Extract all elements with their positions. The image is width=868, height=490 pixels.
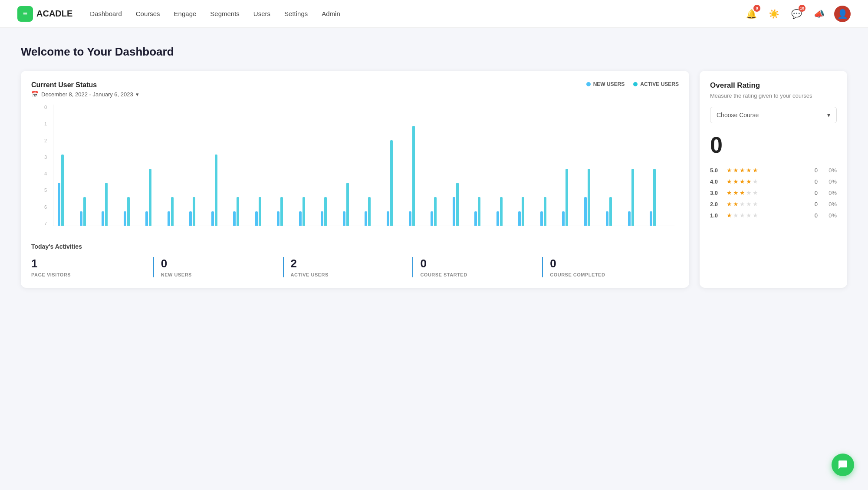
bar-new-users xyxy=(211,211,214,226)
rating-rows: 5.0★★★★★00%4.0★★★★★00%3.0★★★★★00%2.0★★★★… xyxy=(710,167,837,219)
rating-percent: 0% xyxy=(822,167,837,174)
rating-count: 0 xyxy=(809,212,818,219)
sun-icon: ☀️ xyxy=(769,9,779,19)
dropdown-arrow: ▾ xyxy=(136,91,139,98)
bar-group xyxy=(58,155,78,226)
star-rating: ★★★★★ xyxy=(727,189,758,196)
nav-courses[interactable]: Courses xyxy=(136,10,160,17)
bar-group xyxy=(80,197,100,226)
bar-active-users xyxy=(544,197,546,226)
bar-new-users xyxy=(80,211,82,226)
bar-active-users xyxy=(193,197,195,226)
calendar-icon: 📅 xyxy=(31,91,39,98)
star-empty: ★ xyxy=(753,178,758,185)
bar-new-users xyxy=(124,211,126,226)
bar-group xyxy=(145,169,166,226)
bar-active-users xyxy=(631,169,634,226)
date-range-picker[interactable]: 📅 December 8, 2022 - January 6, 2023 ▾ xyxy=(31,91,679,98)
nav-settings[interactable]: Settings xyxy=(284,10,308,17)
bar-active-users xyxy=(237,197,239,226)
user-avatar[interactable]: 👤 xyxy=(834,6,851,22)
activities-stats: 1PAGE VISITORS0NEW USERS2ACTIVE USERS0CO… xyxy=(31,257,679,277)
logo[interactable]: ≡ ACADLE xyxy=(17,6,72,22)
bar-active-users xyxy=(390,140,393,226)
bar-group xyxy=(255,197,276,226)
stat-label: PAGE VISITORS xyxy=(31,272,146,277)
bar-group xyxy=(277,197,297,226)
star-filled: ★ xyxy=(733,201,739,207)
activity-stat-item: 0COURSE STARTED xyxy=(420,257,543,277)
bar-group xyxy=(233,197,253,226)
stat-label: NEW USERS xyxy=(161,272,276,277)
nav-users[interactable]: Users xyxy=(253,10,270,17)
star-filled: ★ xyxy=(746,178,752,185)
rating-percent: 0% xyxy=(822,201,837,207)
bar-new-users xyxy=(474,211,477,226)
overall-score: 0 xyxy=(710,132,837,158)
stat-value: 0 xyxy=(550,257,665,270)
star-rating: ★★★★★ xyxy=(727,201,758,207)
bar-new-users xyxy=(518,211,521,226)
bar-active-users xyxy=(500,197,503,226)
stat-value: 1 xyxy=(31,257,146,270)
chat-message-button[interactable]: 💬 10 xyxy=(789,7,804,21)
bar-group xyxy=(365,197,385,226)
bar-new-users xyxy=(145,211,148,226)
activity-stat-item: 1PAGE VISITORS xyxy=(31,257,154,277)
bar-new-users xyxy=(255,211,258,226)
legend-new-users: NEW USERS xyxy=(586,81,625,87)
megaphone-button[interactable]: 📣 xyxy=(812,7,826,21)
bar-group xyxy=(562,169,582,226)
notification-badge: 8 xyxy=(753,5,760,12)
nav-segments[interactable]: Segments xyxy=(210,10,240,17)
main-nav: Dashboard Courses Engage Segments Users … xyxy=(90,10,340,17)
star-rating: ★★★★★ xyxy=(727,167,758,174)
stat-label: COURSE STARTED xyxy=(420,272,535,277)
nav-admin[interactable]: Admin xyxy=(322,10,340,17)
message-badge: 10 xyxy=(799,5,806,12)
bar-group xyxy=(321,197,341,226)
bar-group xyxy=(496,197,517,226)
star-empty: ★ xyxy=(740,212,745,219)
star-empty: ★ xyxy=(733,212,739,219)
bar-new-users xyxy=(321,211,323,226)
rating-row: 3.0★★★★★00% xyxy=(710,189,837,196)
bar-new-users xyxy=(453,197,455,226)
theme-button[interactable]: ☀️ xyxy=(766,7,781,21)
nav-engage[interactable]: Engage xyxy=(174,10,197,17)
bar-new-users xyxy=(168,211,170,226)
bar-active-users xyxy=(522,197,524,226)
legend-dot-active xyxy=(633,82,638,86)
bar-new-users xyxy=(562,211,565,226)
star-filled: ★ xyxy=(733,178,739,185)
chart-title: Current User Status xyxy=(31,81,97,89)
rating-percent: 0% xyxy=(822,190,837,196)
bar-new-users xyxy=(628,211,631,226)
course-select-dropdown[interactable]: Choose Course ▾ xyxy=(710,107,837,123)
bar-group xyxy=(343,183,363,226)
star-filled: ★ xyxy=(740,189,745,196)
activity-stat-item: 0NEW USERS xyxy=(161,257,284,277)
star-filled: ★ xyxy=(746,167,752,174)
bar-group xyxy=(409,126,429,226)
star-filled: ★ xyxy=(733,167,739,174)
bar-group xyxy=(124,197,144,226)
star-empty: ★ xyxy=(753,189,758,196)
star-empty: ★ xyxy=(753,201,758,207)
notification-button[interactable]: 🔔 8 xyxy=(744,7,759,21)
stat-value: 0 xyxy=(420,257,535,270)
nav-dashboard[interactable]: Dashboard xyxy=(90,10,122,17)
stat-value: 2 xyxy=(291,257,406,270)
header-left: ≡ ACADLE Dashboard Courses Engage Segmen… xyxy=(17,6,340,22)
bar-group xyxy=(650,169,670,226)
bar-group xyxy=(168,197,188,226)
rating-count: 0 xyxy=(809,201,818,207)
bar-group xyxy=(431,197,451,226)
star-empty: ★ xyxy=(746,189,752,196)
card-header: Current User Status NEW USERS ACTIVE USE… xyxy=(31,81,679,89)
rating-row: 1.0★★★★★00% xyxy=(710,212,837,219)
rating-count: 0 xyxy=(809,190,818,196)
bar-active-users xyxy=(456,183,459,226)
y-axis: 7 6 5 4 3 2 1 0 xyxy=(44,105,53,226)
activity-stat-item: 2ACTIVE USERS xyxy=(291,257,414,277)
